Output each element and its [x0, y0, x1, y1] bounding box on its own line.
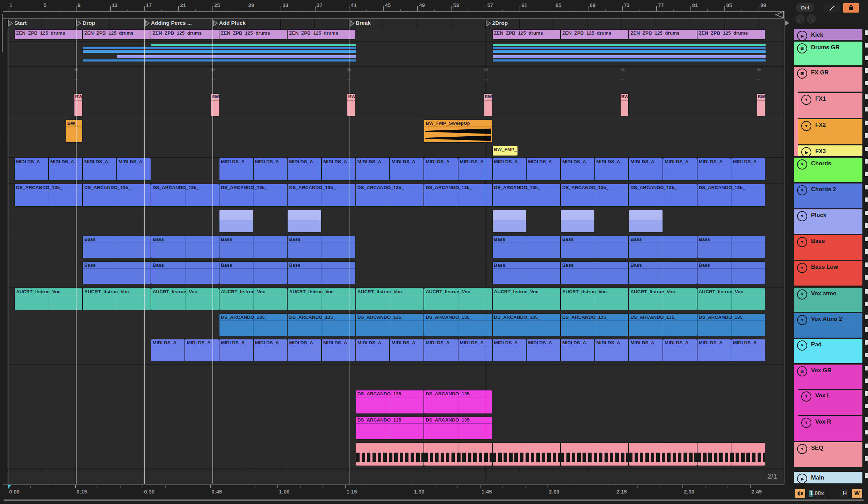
fold-icon[interactable]: ▼: [797, 315, 807, 325]
clip[interactable]: Bass: [151, 262, 219, 284]
track-header-seq[interactable]: ▼SEQ: [794, 442, 862, 467]
clip[interactable]: MIDI DS_A: [527, 339, 560, 361]
clip[interactable]: [629, 443, 696, 466]
nav-forward-button[interactable]: →: [806, 14, 816, 24]
clip[interactable]: MIDI DS_A: [663, 158, 697, 180]
clip[interactable]: MIDI DS_A: [83, 158, 116, 180]
clip[interactable]: MIDI DS_A: [151, 339, 185, 361]
audition-waveform-button[interactable]: [794, 489, 805, 498]
fold-icon[interactable]: ▼: [797, 185, 807, 195]
clip[interactable]: [219, 210, 253, 232]
clip[interactable]: Bass: [561, 236, 628, 258]
clip[interactable]: ZEN_ZPB_125_drums: [697, 30, 765, 39]
group-icon[interactable]: ≡: [797, 43, 807, 53]
clip[interactable]: Bass: [288, 262, 355, 284]
clip[interactable]: MIDI DS_A: [697, 339, 731, 361]
clip[interactable]: MIDI DS_A: [356, 158, 390, 180]
track-header-bass[interactable]: ▼Bass: [794, 235, 862, 260]
clip[interactable]: MIDI DS_A: [493, 339, 526, 361]
clip[interactable]: DS_ARCANDO_135_: [356, 184, 424, 206]
clip[interactable]: DS_ARCANDO_135_: [697, 184, 765, 206]
clip[interactable]: DS_ARCANDO_135_: [288, 314, 355, 336]
track-header-vox_r[interactable]: ▼Vox R: [798, 416, 862, 441]
loop-end-handle-icon[interactable]: [774, 11, 784, 19]
clip[interactable]: MIDI DS_A: [219, 339, 253, 361]
clip[interactable]: MIDI DS_A: [117, 158, 151, 180]
track-header-vox_atmo2[interactable]: ▼Vox Atmo 2: [794, 313, 862, 338]
clip[interactable]: DS_ARCANDO_135_: [219, 184, 287, 206]
clip[interactable]: Bass: [493, 236, 560, 258]
clip[interactable]: MIDI DS_A: [288, 158, 321, 180]
clip[interactable]: [424, 443, 492, 466]
clip[interactable]: [697, 443, 765, 466]
fold-icon[interactable]: ▼: [801, 95, 811, 105]
clip[interactable]: DS_ARCANDO_135_: [697, 314, 765, 336]
clip[interactable]: ZEN_ZPB_125_drums: [561, 30, 628, 39]
clip[interactable]: MIDI DS_A: [390, 158, 424, 180]
clip[interactable]: DS_ARCANDO_135_: [493, 314, 560, 336]
clip[interactable]: BW_: [211, 94, 219, 116]
clip[interactable]: MIDI DS_A: [185, 339, 219, 361]
clip[interactable]: Bass: [151, 236, 219, 258]
track-header-bass_low[interactable]: ▼Bass Low: [794, 261, 862, 286]
track-header-fx1[interactable]: ▼FX1: [798, 93, 862, 118]
delete-button[interactable]: Del: [795, 3, 815, 12]
clip[interactable]: AUCRT_Itstrue_Voc: [697, 288, 765, 310]
arrangement-locator[interactable]: Add Pluck: [213, 20, 246, 26]
fold-icon[interactable]: ▼: [797, 444, 807, 454]
clip[interactable]: MIDI DS_A: [254, 158, 287, 180]
clip[interactable]: MIDI DS_A: [322, 339, 355, 361]
group-icon[interactable]: ≡: [797, 69, 807, 79]
clip[interactable]: ZEN_ZPB_125_drums: [629, 30, 696, 39]
zoom-level-field[interactable]: 1.00x: [807, 489, 826, 498]
clip[interactable]: AUCRT_Itstrue_Voc: [493, 288, 560, 310]
clip[interactable]: DS_ARCANDO_135_: [356, 314, 424, 336]
clip[interactable]: MIDI DS_A: [527, 158, 560, 180]
end-marker-icon[interactable]: [785, 20, 789, 26]
clip[interactable]: MIDI DS_A: [390, 339, 424, 361]
track-header-pluck[interactable]: ▼Pluck: [794, 209, 862, 234]
arrangement-locator[interactable]: Drop: [77, 20, 95, 26]
clip[interactable]: ZEN_ZPB_125_drums: [493, 30, 560, 39]
clip[interactable]: Bass: [629, 262, 696, 284]
clip[interactable]: AUCRT_Itstrue_Voc: [219, 288, 287, 310]
clip[interactable]: MIDI DS_A: [493, 158, 526, 180]
clip[interactable]: DS_ARCANDO_135_: [424, 314, 492, 336]
clip[interactable]: MIDI DS_A: [731, 158, 765, 180]
play-icon[interactable]: ▶: [801, 147, 811, 157]
track-header-fx2[interactable]: ▼FX2: [798, 119, 862, 144]
clip[interactable]: ZEN_ZPB_125_drums: [151, 30, 219, 39]
width-zoom-button[interactable]: W: [852, 489, 862, 498]
clip[interactable]: ZEN_ZPB_125_drums: [15, 30, 82, 39]
clip[interactable]: Bass: [697, 236, 765, 258]
clip[interactable]: AUCRT_Itstrue_Voc: [356, 288, 424, 310]
clip[interactable]: MIDI DS_A: [561, 158, 594, 180]
track-header-vox_atmo[interactable]: ▼Vox atmo: [794, 288, 862, 312]
track-header-chords2[interactable]: ▼Chords 2: [794, 183, 862, 208]
clip[interactable]: DS_ARCANDO_135_: [288, 184, 355, 206]
fold-icon[interactable]: ▼: [797, 289, 807, 300]
clip[interactable]: AUCRT_Itstrue_Voc: [83, 288, 150, 310]
clip[interactable]: Bass: [561, 262, 628, 284]
track-header-drums_gr[interactable]: ≡Drums GR: [794, 42, 862, 65]
clip[interactable]: DS_ARCANDO_135_: [561, 314, 628, 336]
clip[interactable]: DS_ARCANDO_135_: [424, 390, 492, 413]
arrangement-locator[interactable]: Start: [8, 20, 27, 26]
track-header-chords[interactable]: ▼Chords: [794, 158, 862, 182]
arrangement-locator[interactable]: 2Drop: [486, 20, 508, 26]
clip[interactable]: Bass: [629, 236, 696, 258]
clip[interactable]: MIDI DS_A: [629, 339, 663, 361]
clip[interactable]: DS_ARCANDO_135_: [15, 184, 82, 206]
fold-icon[interactable]: ▼: [801, 391, 811, 402]
group-icon[interactable]: ≡: [797, 366, 807, 376]
clip[interactable]: MIDI DS_A: [356, 339, 390, 361]
fold-icon[interactable]: ▼: [801, 121, 811, 131]
clip[interactable]: AUCRT_Itstrue_Voc: [151, 288, 219, 310]
clip[interactable]: MIDI DS_A: [15, 158, 48, 180]
clip[interactable]: Bass: [288, 236, 355, 258]
clip[interactable]: BW_: [74, 94, 82, 116]
clip[interactable]: [288, 210, 321, 232]
clip[interactable]: MIDI DS_A: [424, 158, 458, 180]
clip[interactable]: [493, 210, 526, 232]
clip[interactable]: MIDI DS_A: [595, 158, 629, 180]
